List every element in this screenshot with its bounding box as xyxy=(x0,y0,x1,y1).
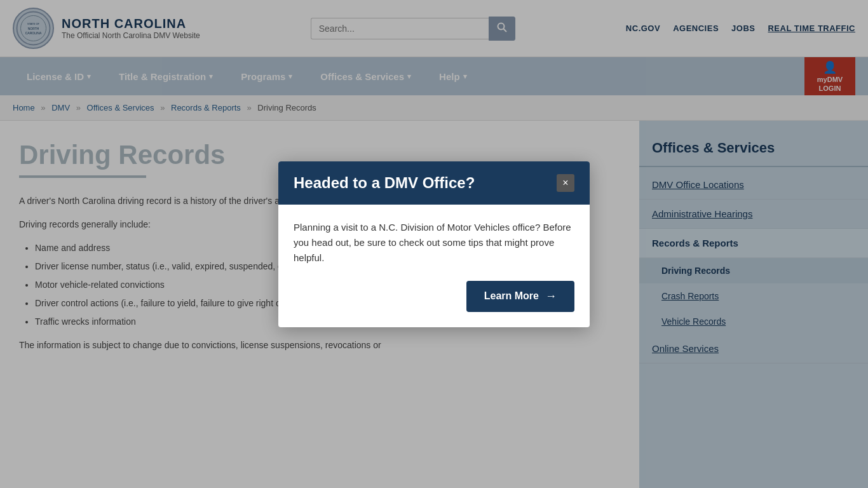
modal-title: Headed to a DMV Office? xyxy=(294,174,475,192)
modal-overlay[interactable]: Headed to a DMV Office? × Planning a vis… xyxy=(0,0,868,488)
modal-header: Headed to a DMV Office? × xyxy=(278,161,590,205)
arrow-right-icon: → xyxy=(545,290,557,303)
modal-dialog: Headed to a DMV Office? × Planning a vis… xyxy=(278,161,590,327)
modal-close-button[interactable]: × xyxy=(557,174,574,192)
modal-body: Planning a visit to a N.C. Division of M… xyxy=(278,205,590,327)
learn-more-button[interactable]: Learn More → xyxy=(466,281,574,312)
modal-body-text: Planning a visit to a N.C. Division of M… xyxy=(294,220,574,266)
learn-more-label: Learn More xyxy=(484,290,539,302)
